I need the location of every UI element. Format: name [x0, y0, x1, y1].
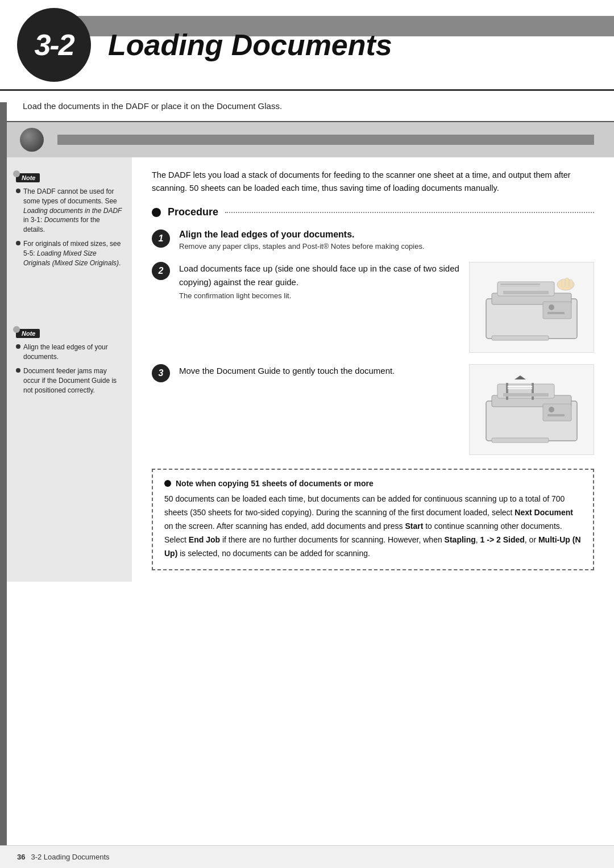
svg-rect-20 [543, 404, 571, 421]
note-item-1-1: The DADF cannot be used for some types o… [16, 187, 123, 235]
step-content-2: Load documents face up (side one should … [179, 262, 460, 300]
note-copying-bullet [164, 480, 171, 487]
step-title-3: Move the Document Guide to gently touch … [179, 364, 460, 378]
intro-bar: Load the documents in the DADF or place … [0, 91, 614, 122]
note-header-2: Note [16, 329, 123, 338]
svg-point-5 [549, 304, 554, 310]
chapter-badge: 3-2 [17, 8, 91, 82]
note-bullet [16, 344, 20, 349]
procedure-dot [152, 208, 161, 217]
printer-illustration-1 [469, 262, 594, 353]
note-text-2-2: Document feeder jams may occur if the Do… [23, 366, 123, 395]
note-text-2-1: Align the lead edges of your documents. [23, 343, 123, 362]
procedure-header: Procedure [152, 206, 594, 218]
note-header-1: Note [16, 173, 123, 182]
svg-rect-11 [562, 279, 565, 287]
svg-rect-22 [547, 414, 565, 416]
note-copying-body: 50 documents can be loaded each time, bu… [164, 493, 582, 560]
svg-rect-4 [543, 302, 571, 319]
intro-text: Load the documents in the DADF or place … [23, 101, 282, 111]
step-content-3: Move the Document Guide to gently touch … [179, 364, 460, 380]
page-title: Loading Documents [108, 28, 392, 62]
step-title-1: Align the lead edges of your documents. [179, 229, 594, 240]
step-content-1: Align the lead edges of your documents. … [179, 229, 594, 251]
page-number: 36 [17, 853, 25, 861]
content-area: The DADF lets you load a stack of docume… [132, 157, 614, 582]
note-bullet [16, 241, 20, 245]
step-title-2: Load documents face up (side one should … [179, 262, 460, 289]
note-item-1-2: For originals of mixed sizes, see 5-5: L… [16, 239, 123, 268]
note-item-2-1: Align the lead edges of your documents. [16, 343, 123, 362]
svg-rect-18 [532, 383, 534, 400]
step-number-2: 2 [152, 262, 170, 280]
svg-rect-6 [547, 312, 565, 314]
step-number-3: 3 [152, 364, 170, 382]
svg-rect-25 [508, 388, 532, 389]
section-ball [20, 128, 44, 152]
chapter-number: 3-2 [34, 28, 73, 62]
step-note-2: The confirmation light becomes lit. [179, 291, 460, 300]
sidebar-accent [0, 102, 7, 845]
svg-rect-12 [566, 278, 569, 287]
note-copying-box: Note when copying 51 sheets of documents… [152, 469, 594, 570]
printer-illustration-2 [469, 364, 594, 455]
steps-container: 1 Align the lead edges of your documents… [152, 229, 594, 455]
page-footer: 36 3-2 Loading Documents [0, 845, 614, 868]
svg-rect-24 [508, 386, 532, 387]
note-box-2: Note Align the lead edges of your docume… [16, 324, 123, 404]
note-box-1: Note The DADF cannot be used for some ty… [16, 169, 123, 277]
svg-rect-8 [500, 283, 540, 285]
note-bullet [16, 189, 20, 193]
svg-rect-19 [503, 393, 549, 397]
procedure-divider [225, 212, 594, 213]
main-content: Note The DADF cannot be used for some ty… [0, 157, 614, 582]
note-copying-title: Note when copying 51 sheets of documents… [164, 479, 582, 488]
note-bullet [16, 368, 20, 373]
svg-rect-7 [492, 336, 549, 340]
footer-chapter-label: 3-2 Loading Documents [31, 853, 109, 861]
section-bar [57, 135, 594, 145]
note-text-1-2: For originals of mixed sizes, see 5-5: L… [23, 239, 123, 268]
step-1: 1 Align the lead edges of your documents… [152, 229, 594, 251]
step-2: 2 Load documents face up (side one shoul… [152, 262, 594, 353]
step-number-1: 1 [152, 229, 170, 248]
step-3: 3 Move the Document Guide to gently touc… [152, 364, 594, 455]
note-item-2-2: Document feeder jams may occur if the Do… [16, 366, 123, 395]
svg-point-21 [549, 407, 554, 412]
step-note-1: Remove any paper clips, staples and Post… [179, 242, 594, 251]
section-divider [0, 122, 614, 157]
note-copying-title-text: Note when copying 51 sheets of documents… [176, 479, 374, 488]
svg-rect-17 [506, 383, 508, 400]
procedure-label: Procedure [168, 206, 218, 218]
svg-rect-9 [500, 286, 540, 287]
svg-rect-23 [492, 438, 549, 443]
sidebar: Note The DADF cannot be used for some ty… [7, 157, 132, 582]
svg-rect-13 [570, 279, 572, 287]
note-text-1-1: The DADF cannot be used for some types o… [23, 187, 123, 235]
page-header: 3-2 Loading Documents [0, 0, 614, 91]
dadf-description: The DADF lets you load a stack of docume… [152, 169, 594, 195]
svg-rect-3 [503, 291, 549, 294]
